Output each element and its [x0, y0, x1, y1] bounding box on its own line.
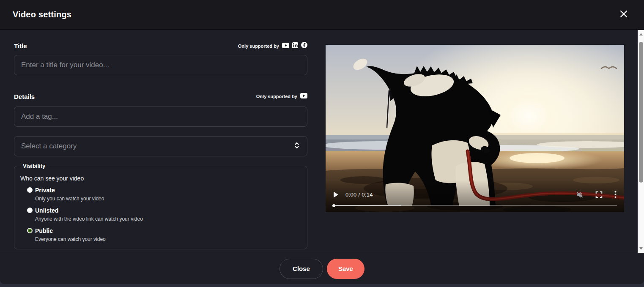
radio-private[interactable]: [27, 187, 33, 193]
visibility-question: Who can see your video: [20, 175, 301, 182]
visibility-option-unlisted[interactable]: Unlisted Anyone with the video link can …: [20, 207, 301, 222]
triangle-down-icon: [639, 247, 643, 250]
video-controls: 0:00 / 0:14: [326, 185, 624, 212]
video-progress-bar[interactable]: [333, 205, 617, 206]
video-title-input[interactable]: [14, 55, 307, 75]
visibility-option-public[interactable]: Public Everyone can watch your video: [20, 227, 301, 242]
chevron-updown-icon: [294, 142, 299, 151]
modal-content: Title Only supported by: [0, 30, 644, 253]
close-icon: [619, 9, 628, 20]
settings-form: Title Only supported by: [14, 30, 307, 249]
close-button[interactable]: Close: [280, 259, 323, 279]
fullscreen-icon[interactable]: [595, 191, 603, 198]
linkedin-icon: [292, 42, 298, 50]
visibility-option-private[interactable]: Private Only you can watch your video: [20, 187, 301, 202]
youtube-icon: [282, 42, 289, 50]
details-label: Details: [14, 93, 35, 100]
close-dialog-button[interactable]: [616, 7, 631, 22]
triangle-up-icon: [639, 33, 643, 36]
details-supported-note: Only supported by: [256, 93, 307, 100]
details-field-header: Details Only supported by: [14, 93, 307, 100]
visibility-fieldset: Visibility Who can see your video Privat…: [14, 163, 307, 249]
modal: Video settings Title Only supported by: [0, 0, 644, 284]
video-preview[interactable]: 0:00 / 0:14: [326, 45, 624, 212]
play-icon[interactable]: [333, 191, 339, 198]
radio-unlisted[interactable]: [27, 208, 33, 213]
visibility-legend: Visibility: [20, 163, 48, 169]
modal-header: Video settings: [0, 0, 644, 30]
video-buffered: [333, 205, 401, 206]
video-time: 0:00 / 0:14: [345, 191, 373, 198]
scrollbar[interactable]: [638, 30, 644, 253]
radio-public[interactable]: [27, 228, 33, 233]
video-settings-dialog: Video settings Title Only supported by: [0, 0, 644, 287]
modal-footer: Close Save: [0, 253, 644, 284]
video-playhead[interactable]: [332, 204, 335, 207]
title-label: Title: [14, 42, 27, 49]
scrollbar-down-arrow[interactable]: [638, 245, 644, 252]
save-button[interactable]: Save: [327, 259, 364, 279]
tag-input[interactable]: [14, 107, 307, 127]
scrollbar-up-arrow[interactable]: [638, 31, 644, 38]
category-select-value: Select a category: [21, 142, 77, 150]
youtube-icon: [300, 93, 307, 100]
scrollbar-thumb[interactable]: [639, 42, 643, 183]
category-select[interactable]: Select a category: [14, 136, 307, 156]
title-supported-note: Only supported by: [238, 42, 307, 50]
page-title: Video settings: [13, 10, 71, 19]
facebook-icon: [301, 42, 307, 50]
title-field-header: Title Only supported by: [14, 42, 307, 50]
muted-speaker-icon[interactable]: [575, 191, 584, 199]
kebab-menu-icon[interactable]: [614, 191, 617, 198]
